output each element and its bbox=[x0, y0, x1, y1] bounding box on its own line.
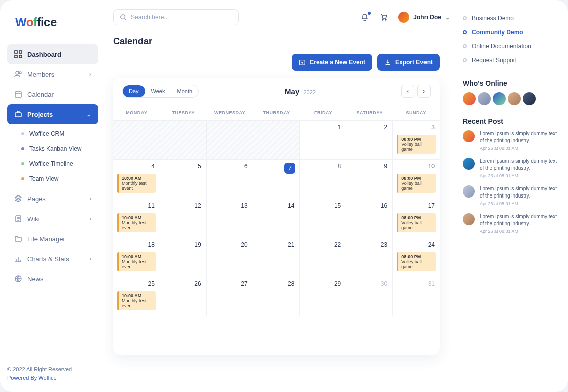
calendar-cell[interactable]: 5 bbox=[160, 159, 207, 199]
calendar-event[interactable]: 10:00 AMMonthly test event bbox=[117, 174, 156, 193]
sidebar-subitem[interactable]: Tasks Kanban View bbox=[11, 141, 98, 156]
calendar-cell[interactable] bbox=[207, 120, 253, 159]
nav-calendar[interactable]: Calendar bbox=[7, 84, 98, 104]
online-avatar[interactable] bbox=[508, 92, 521, 105]
next-button[interactable]: › bbox=[417, 85, 431, 98]
cart-button[interactable] bbox=[379, 13, 388, 22]
calendar-cell[interactable]: 27 bbox=[207, 277, 253, 316]
quick-link[interactable]: Community Demo bbox=[463, 25, 558, 39]
day-number: 7 bbox=[284, 163, 295, 174]
notifications-button[interactable] bbox=[360, 13, 369, 22]
calendar-cell[interactable]: 2 bbox=[346, 120, 393, 159]
search-box[interactable] bbox=[113, 9, 239, 25]
document-icon bbox=[14, 215, 22, 223]
export-event-button[interactable]: Export Event bbox=[377, 54, 440, 71]
calendar-event[interactable]: 10:00 AMMonthly test event bbox=[117, 213, 156, 232]
button-label: Create a New Event bbox=[310, 59, 365, 66]
calendar-cell[interactable]: 22 bbox=[300, 238, 346, 277]
calendar-cell[interactable]: 14 bbox=[253, 199, 300, 238]
user-menu[interactable]: John Doe ⌄ bbox=[398, 12, 450, 23]
online-avatar[interactable] bbox=[523, 92, 536, 105]
calendar-card: Day Week Month May 2022 ‹ › MONDAYTUESDA… bbox=[113, 78, 440, 355]
nav-news[interactable]: News bbox=[7, 269, 98, 289]
button-label: Export Event bbox=[395, 59, 433, 66]
calendar-cell[interactable]: 308:00 PMVolley ball game bbox=[393, 120, 440, 159]
calendar-event[interactable]: 08:00 PMVolley ball game bbox=[397, 252, 436, 271]
quick-link-label: Request Support bbox=[472, 57, 517, 64]
sidebar-subitem[interactable]: Woffice Timeline bbox=[11, 156, 98, 171]
quick-link[interactable]: Online Documentation bbox=[463, 39, 558, 53]
calendar-cell[interactable]: 21 bbox=[253, 238, 300, 277]
calendar-cell[interactable] bbox=[113, 120, 160, 159]
create-event-button[interactable]: Create a New Event bbox=[292, 54, 372, 71]
calendar-cell[interactable]: 29 bbox=[300, 277, 346, 316]
calendar-cell[interactable]: 9 bbox=[346, 159, 393, 199]
event-time: 10:00 AM bbox=[122, 176, 153, 181]
calendar-cell[interactable]: 12 bbox=[160, 199, 207, 238]
calendar-cell[interactable]: 2510:00 AMMonthly test event bbox=[113, 277, 160, 316]
nav-charts[interactable]: Charts & Stats › bbox=[7, 249, 98, 269]
nav-file-manager[interactable]: File Manager bbox=[7, 229, 98, 249]
nav-pages[interactable]: Pages › bbox=[7, 188, 98, 209]
sidebar-subitem[interactable]: Woffice CRM bbox=[11, 126, 98, 141]
prev-button[interactable]: ‹ bbox=[401, 85, 414, 98]
calendar-cell[interactable]: 1810:00 AMMonthly test event bbox=[113, 238, 160, 277]
calendar-cell[interactable]: 26 bbox=[160, 277, 207, 316]
online-avatar[interactable] bbox=[478, 92, 491, 105]
nav-members[interactable]: Members › bbox=[7, 64, 98, 84]
calendar-event[interactable]: 10:00 AMMonthly test event bbox=[117, 291, 156, 310]
nav-projects[interactable]: Projects ⌄ bbox=[7, 104, 98, 124]
calendar-cell[interactable]: 30 bbox=[346, 277, 393, 316]
view-week[interactable]: Week bbox=[145, 85, 171, 97]
nav-wiki[interactable]: Wiki › bbox=[7, 209, 98, 229]
recent-post[interactable]: Lorem Ipsum is simply dummy text of the … bbox=[463, 130, 558, 151]
calendar-cell[interactable]: 16 bbox=[346, 199, 393, 238]
calendar-cell[interactable]: 20 bbox=[207, 238, 253, 277]
online-avatar[interactable] bbox=[463, 92, 476, 105]
calendar-cell[interactable]: 410:00 AMMonthly test event bbox=[113, 159, 160, 199]
calendar-cell[interactable]: 1008:00 PMVolley ball game bbox=[393, 159, 440, 199]
calendar-cell[interactable]: 31 bbox=[393, 277, 440, 316]
day-number: 2 bbox=[384, 124, 387, 131]
view-month[interactable]: Month bbox=[171, 85, 198, 97]
calendar-cell[interactable]: 2408:00 PMVolley ball game bbox=[393, 238, 440, 277]
calendar-cell[interactable] bbox=[160, 120, 207, 159]
svg-rect-6 bbox=[15, 92, 21, 97]
recent-post[interactable]: Lorem Ipsum is simply dummy text of the … bbox=[463, 185, 558, 206]
online-avatar[interactable] bbox=[493, 92, 506, 105]
quick-link[interactable]: Request Support bbox=[463, 53, 558, 67]
recent-post[interactable]: Lorem Ipsum is simply dummy text of the … bbox=[463, 213, 558, 234]
calendar-event[interactable]: 08:00 PMVolley ball game bbox=[397, 213, 436, 232]
status-dot bbox=[21, 147, 24, 150]
calendar-cell[interactable]: 1708:00 PMVolley ball game bbox=[393, 199, 440, 238]
quick-link[interactable]: Business Demo bbox=[463, 11, 558, 25]
calendar-cell[interactable]: 23 bbox=[346, 238, 393, 277]
calendar-cell[interactable]: 6 bbox=[207, 159, 253, 199]
calendar-cell[interactable]: 15 bbox=[300, 199, 346, 238]
search-input[interactable] bbox=[131, 14, 232, 21]
view-day[interactable]: Day bbox=[123, 85, 145, 97]
calendar-cell[interactable]: 1 bbox=[300, 120, 346, 159]
logo: Woffice bbox=[15, 15, 98, 29]
sidebar-subitem[interactable]: Team View bbox=[11, 171, 98, 186]
calendar-cell[interactable]: 8 bbox=[300, 159, 346, 199]
calendar-event[interactable]: 08:00 PMVolley ball game bbox=[397, 174, 436, 193]
quick-link-label: Community Demo bbox=[472, 29, 523, 36]
nav-dashboard[interactable]: Dashboard bbox=[7, 44, 98, 64]
calendar-event[interactable]: 08:00 PMVolley ball game bbox=[397, 135, 436, 154]
calendar-cell[interactable] bbox=[253, 120, 300, 159]
status-dot bbox=[21, 162, 24, 165]
calendar-event[interactable]: 10:00 AMMonthly test event bbox=[117, 252, 156, 271]
right-sidebar: Business DemoCommunity DemoOnline Docume… bbox=[458, 0, 568, 392]
calendar-cell[interactable]: 1110:00 AMMonthly test event bbox=[113, 199, 160, 238]
nav-label: Calendar bbox=[27, 91, 54, 98]
year-label: 2022 bbox=[303, 89, 315, 95]
calendar-cell[interactable]: 28 bbox=[253, 277, 300, 316]
calendar-cell[interactable]: 19 bbox=[160, 238, 207, 277]
recent-post[interactable]: Lorem Ipsum is simply dummy text of the … bbox=[463, 158, 558, 178]
calendar-cell[interactable]: 7 bbox=[253, 159, 300, 199]
calendar-nav: ‹ › bbox=[401, 85, 431, 98]
calendar-cell[interactable]: 13 bbox=[207, 199, 253, 238]
post-meta: Apr 26 at 08:01 AM bbox=[480, 173, 558, 178]
powered-by-link[interactable]: Powered By Woffice bbox=[7, 374, 98, 383]
